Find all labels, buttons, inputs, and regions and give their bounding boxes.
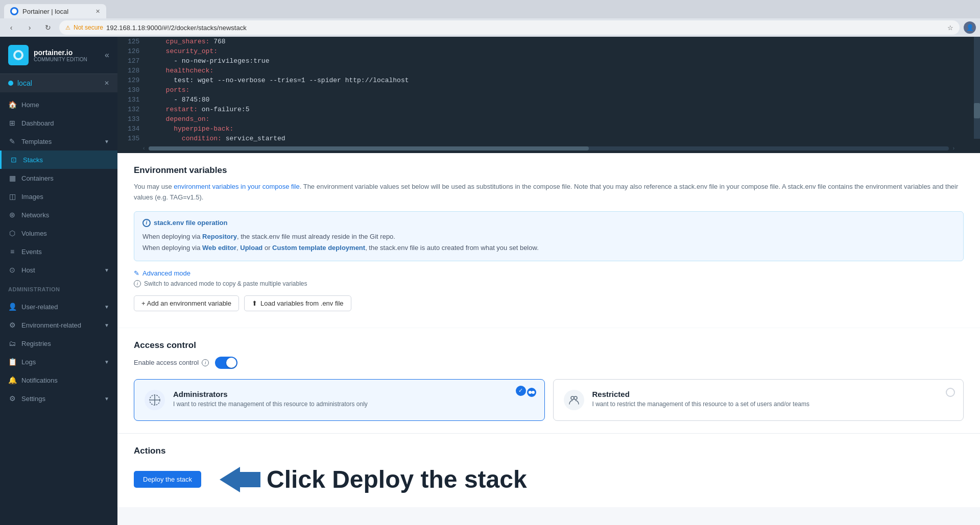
user-icon: 👤 — [8, 303, 16, 311]
radio-inner — [529, 391, 532, 394]
browser-tab-active[interactable]: Portainer | local ✕ — [4, 4, 106, 18]
enable-access-row: Enable access control i — [134, 357, 964, 369]
host-arrow-icon: ▼ — [104, 267, 109, 273]
actions-row: Deploy the stack Click Deploy the stack — [134, 464, 964, 495]
access-control-title: Access control — [134, 340, 964, 351]
app-layout: portainer.io COMMUNITY EDITION « local ✕… — [0, 37, 980, 525]
env-buttons-row: + Add an environment variable ⬆ Load var… — [134, 295, 964, 311]
sidebar-item-label: Settings — [21, 395, 99, 403]
refresh-button[interactable]: ↻ — [41, 20, 55, 35]
sidebar-item-events[interactable]: ≡ Events — [0, 242, 117, 261]
enable-access-label: Enable access control i — [134, 359, 209, 366]
sidebar-item-host[interactable]: ⊙ Host ▼ — [0, 261, 117, 279]
sidebar-item-dashboard[interactable]: ⊞ Dashboard — [0, 114, 117, 132]
sidebar-item-label: Stacks — [23, 156, 109, 164]
svg-point-2 — [15, 52, 21, 58]
sidebar-item-label: Containers — [21, 174, 109, 182]
forward-button[interactable]: › — [22, 20, 37, 35]
sidebar-logo: portainer.io COMMUNITY EDITION — [8, 45, 87, 65]
env-name: local — [17, 79, 104, 87]
admin-card-title: Administrators — [173, 390, 368, 398]
sidebar-item-templates[interactable]: ✎ Templates ▼ — [0, 132, 117, 151]
admin-card-radio — [527, 388, 536, 397]
click-annotation: Click Deploy the stack — [209, 464, 527, 495]
main-content: 125 cpu_shares: 768 126 security_opt: 12… — [117, 37, 980, 525]
load-env-label: Load variables from .env file — [260, 299, 344, 307]
logo-name: portainer.io — [34, 48, 87, 57]
back-button[interactable]: ‹ — [4, 20, 18, 35]
enable-access-info-icon: i — [202, 359, 209, 366]
templates-icon: ✎ — [8, 137, 16, 145]
code-line-132: 132 restart: on-failure:5 — [117, 105, 980, 114]
sidebar-item-environment-related[interactable]: ⚙ Environment-related ▼ — [0, 316, 117, 334]
sidebar-collapse-button[interactable]: « — [105, 51, 109, 60]
vscrollbar-thumb — [974, 103, 980, 118]
restricted-card-desc: I want to restrict the management of thi… — [592, 401, 810, 408]
env-status-dot — [8, 81, 13, 86]
sidebar-item-settings[interactable]: ⚙ Settings ▼ — [0, 389, 117, 408]
sidebar-item-images[interactable]: ◫ Images — [0, 187, 117, 206]
sidebar-item-registries[interactable]: 🗂 Registries — [0, 334, 117, 353]
code-line-130: 130 ports: — [117, 85, 980, 95]
sidebar-item-networks[interactable]: ⊛ Networks — [0, 206, 117, 224]
env-vars-link[interactable]: environment variables in your compose fi… — [174, 183, 299, 190]
home-icon: 🏠 — [8, 101, 16, 109]
svg-point-7 — [574, 396, 577, 399]
logs-arrow-icon: ▼ — [104, 359, 109, 365]
user-arrow-icon: ▼ — [104, 304, 109, 310]
tab-title: Portainer | local — [22, 8, 68, 15]
sidebar-item-user-related[interactable]: 👤 User-related ▼ — [0, 297, 117, 316]
restricted-card-content: Restricted I want to restrict the manage… — [592, 390, 810, 408]
scroll-left-arrow[interactable]: ‹ — [143, 145, 145, 151]
sidebar-item-containers[interactable]: ▦ Containers — [0, 169, 117, 187]
sidebar-item-label: Notifications — [21, 377, 109, 384]
advanced-mode-label: Advanced mode — [142, 269, 190, 277]
restricted-card[interactable]: Restricted I want to restrict the manage… — [553, 379, 964, 421]
admin-card-desc: I want to restrict the management of thi… — [173, 401, 368, 408]
user-avatar: 👤 — [964, 21, 976, 34]
deploy-stack-button[interactable]: Deploy the stack — [134, 471, 201, 488]
hscrollbar-thumb — [149, 146, 588, 151]
templates-arrow-icon: ▼ — [104, 139, 109, 144]
logs-icon: 📋 — [8, 358, 16, 366]
access-cards: Administrators I want to restrict the ma… — [134, 379, 964, 421]
advanced-mode-row[interactable]: ✎ Advanced mode — [134, 269, 964, 277]
code-line-125: 125 cpu_shares: 768 — [117, 37, 980, 46]
sidebar-item-logs[interactable]: 📋 Logs ▼ — [0, 353, 117, 371]
code-line-131: 131 - 8745:80 — [117, 95, 980, 105]
sidebar-item-volumes[interactable]: ⬡ Volumes — [0, 224, 117, 242]
advanced-mode-hint-text: Switch to advanced mode to copy & paste … — [144, 280, 307, 287]
env-close-button[interactable]: ✕ — [104, 80, 109, 87]
sidebar: portainer.io COMMUNITY EDITION « local ✕… — [0, 37, 117, 525]
code-line-133: 133 depends_on: — [117, 114, 980, 124]
web-editor-bold: Web editor — [202, 244, 236, 252]
sidebar-item-stacks[interactable]: ⊡ Stacks — [0, 151, 117, 169]
add-env-var-button[interactable]: + Add an environment variable — [134, 295, 239, 311]
security-icon: ⚠ — [65, 24, 70, 31]
access-control-section: Access control Enable access control i — [117, 328, 980, 433]
browser-tabs: Portainer | local ✕ — [0, 0, 980, 18]
actions-title: Actions — [134, 446, 964, 456]
toggle-knob — [226, 358, 236, 368]
containers-icon: ▦ — [8, 174, 16, 182]
code-hscrollbar[interactable]: ‹ › — [117, 143, 980, 153]
access-control-toggle[interactable] — [215, 357, 237, 369]
address-bar[interactable]: ⚠ Not secure 192.168.1.18:9000/#!/2/dock… — [59, 20, 960, 35]
admin-section-label: Administration — [0, 282, 117, 294]
administrators-card[interactable]: Administrators I want to restrict the ma… — [134, 379, 545, 421]
admin-card-content: Administrators I want to restrict the ma… — [173, 390, 368, 408]
sidebar-item-notifications[interactable]: 🔔 Notifications — [0, 371, 117, 389]
tab-close-button[interactable]: ✕ — [95, 8, 100, 15]
stacks-icon: ⊡ — [10, 156, 18, 164]
logo-text-group: portainer.io COMMUNITY EDITION — [34, 48, 87, 62]
sidebar-item-home[interactable]: 🏠 Home — [0, 95, 117, 114]
code-line-129: 129 test: wget --no-verbose --tries=1 --… — [117, 76, 980, 85]
sidebar-item-label: Logs — [21, 358, 99, 366]
bookmark-icon[interactable]: ☆ — [947, 24, 953, 32]
load-env-file-button[interactable]: ⬆ Load variables from .env file — [244, 295, 351, 311]
env-vars-desc: You may use environment variables in you… — [134, 182, 964, 203]
volumes-icon: ⬡ — [8, 229, 16, 237]
code-line-127: 127 - no-new-privileges:true — [117, 56, 980, 66]
sidebar-item-label: Host — [21, 266, 99, 274]
scroll-right-arrow[interactable]: › — [953, 145, 954, 151]
